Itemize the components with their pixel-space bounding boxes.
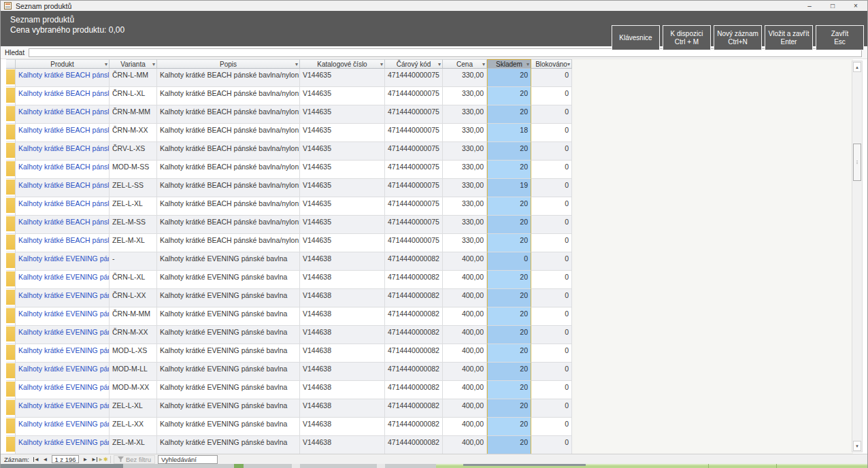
filter-status-button[interactable]: Bez filtru [114,455,155,464]
cell-carovy-kod[interactable]: 4714440000082 [385,326,443,344]
cell-blokovano[interactable]: 0 [531,179,572,197]
cell-katalogove-cislo[interactable]: V144638 [300,252,385,271]
cell-popis[interactable]: Kalhoty krátké EVENING pánské bavlna [157,399,300,418]
record-position-box[interactable]: 1 z 196 [52,455,79,463]
cell-blokovano[interactable]: 0 [531,105,572,124]
row-selector[interactable] [6,418,16,436]
cell-carovy-kod[interactable]: 4714440000075 [385,124,443,142]
cell-cena[interactable]: 330,00 [443,179,487,197]
column-header-carovy-kod[interactable]: Čárový kód▾ [385,59,443,69]
row-selector[interactable] [6,289,16,307]
cell-carovy-kod[interactable]: 4714440000075 [385,234,443,252]
cell-produkt[interactable]: Kalhoty krátké EVENING pánské [16,252,110,271]
cell-cena[interactable]: 330,00 [443,124,487,142]
cell-katalogove-cislo[interactable]: V144638 [300,436,385,454]
cell-varianta[interactable]: ČRN-L-XL [110,87,157,105]
cell-katalogove-cislo[interactable]: V144638 [300,399,385,418]
filter-arrow-icon[interactable]: ▾ [380,61,383,68]
cell-varianta[interactable]: ZEL-M-XL [110,436,157,454]
cell-skladem[interactable]: 20 [487,363,531,381]
cell-varianta[interactable]: MOD-L-XS [110,344,157,363]
cell-skladem[interactable]: 20 [487,197,531,216]
cell-cena[interactable]: 330,00 [443,105,487,124]
close-form-button[interactable]: Zavřít Esc [816,25,864,50]
cell-popis[interactable]: Kalhoty krátké EVENING pánské bavlna [157,289,300,307]
row-selector[interactable] [6,197,16,216]
cell-varianta[interactable]: ČRV-L-XS [110,142,157,161]
row-selector[interactable] [6,344,16,363]
cell-skladem[interactable]: 20 [487,69,531,87]
cell-carovy-kod[interactable]: 4714440000075 [385,197,443,216]
cell-skladem[interactable]: 20 [487,161,531,179]
cell-katalogove-cislo[interactable]: V144635 [300,161,385,179]
cell-skladem[interactable]: 20 [487,87,531,105]
cell-carovy-kod[interactable]: 4714440000075 [385,216,443,234]
cell-katalogove-cislo[interactable]: V144635 [300,87,385,105]
column-header-cena[interactable]: Cena▾ [443,59,487,69]
cell-popis[interactable]: Kalhoty krátké BEACH pánské bavlna/nylon [157,87,300,105]
cell-katalogove-cislo[interactable]: V144635 [300,105,385,124]
cell-produkt[interactable]: Kalhoty krátké EVENING pánské [16,271,110,289]
cell-varianta[interactable]: ČRN-M-MM [110,307,157,326]
previous-record-button[interactable]: ◄ [41,455,50,464]
cell-blokovano[interactable]: 0 [531,418,572,436]
cell-popis[interactable]: Kalhoty krátké BEACH pánské bavlna/nylon [157,142,300,161]
cell-blokovano[interactable]: 0 [531,399,572,418]
cell-blokovano[interactable]: 0 [531,87,572,105]
cell-popis[interactable]: Kalhoty krátké EVENING pánské bavlna [157,271,300,289]
cell-varianta[interactable]: ZEL-L-XX [110,418,157,436]
row-selector[interactable] [6,216,16,234]
cell-cena[interactable]: 400,00 [443,252,487,271]
cell-katalogove-cislo[interactable]: V144638 [300,271,385,289]
row-selector[interactable] [6,326,16,344]
cell-blokovano[interactable]: 0 [531,234,572,252]
cell-varianta[interactable]: - [110,252,157,271]
column-header-produkt[interactable]: Produkt▾ [16,59,110,69]
cell-carovy-kod[interactable]: 4714440000075 [385,105,443,124]
cell-blokovano[interactable]: 0 [531,436,572,454]
cell-skladem[interactable]: 0 [487,252,531,271]
filter-arrow-icon[interactable]: ▾ [527,61,529,68]
cell-cena[interactable]: 330,00 [443,234,487,252]
cell-popis[interactable]: Kalhoty krátké BEACH pánské bavlna/nylon [157,216,300,234]
scrollbar-thumb[interactable] [853,144,861,181]
cell-popis[interactable]: Kalhoty krátké EVENING pánské bavlna [157,436,300,454]
cell-carovy-kod[interactable]: 4714440000082 [385,381,443,399]
cell-carovy-kod[interactable]: 4714440000082 [385,436,443,454]
cell-cena[interactable]: 400,00 [443,399,487,418]
cell-skladem[interactable]: 18 [487,124,531,142]
cell-katalogove-cislo[interactable]: V144638 [300,344,385,363]
cell-blokovano[interactable]: 0 [531,363,572,381]
last-record-button[interactable]: ► [90,455,99,464]
cell-katalogove-cislo[interactable]: V144638 [300,418,385,436]
cell-carovy-kod[interactable]: 4714440000082 [385,289,443,307]
filter-arrow-icon[interactable]: ▾ [482,61,485,68]
cell-carovy-kod[interactable]: 4714440000082 [385,344,443,363]
row-selector[interactable] [6,381,16,399]
cell-varianta[interactable]: MOD-M-LL [110,363,157,381]
cell-blokovano[interactable]: 0 [531,271,572,289]
scroll-up-icon[interactable]: ▲ [853,62,861,72]
cell-produkt[interactable]: Kalhoty krátké BEACH pánské [16,105,110,124]
cell-blokovano[interactable]: 0 [531,344,572,363]
cell-blokovano[interactable]: 0 [531,381,572,399]
cell-katalogove-cislo[interactable]: V144638 [300,289,385,307]
row-selector[interactable] [6,142,16,161]
cell-katalogove-cislo[interactable]: V144635 [300,197,385,216]
cell-blokovano[interactable]: 0 [531,252,572,271]
cell-popis[interactable]: Kalhoty krátké EVENING pánské bavlna [157,363,300,381]
cell-popis[interactable]: Kalhoty krátké EVENING pánské bavlna [157,252,300,271]
cell-produkt[interactable]: Kalhoty krátké BEACH pánské [16,124,110,142]
cell-katalogove-cislo[interactable]: V144635 [300,179,385,197]
cell-produkt[interactable]: Kalhoty krátké BEACH pánské [16,87,110,105]
row-selector[interactable] [6,105,16,124]
insert-and-close-button[interactable]: Vložit a zavřít Enter [765,25,813,50]
cell-produkt[interactable]: Kalhoty krátké EVENING pánské [16,418,110,436]
cell-produkt[interactable]: Kalhoty krátké BEACH pánské [16,179,110,197]
cell-carovy-kod[interactable]: 4714440000082 [385,252,443,271]
cell-blokovano[interactable]: 0 [531,161,572,179]
row-selector[interactable] [6,179,16,197]
first-record-button[interactable]: ◄ [32,455,41,464]
cell-produkt[interactable]: Kalhoty krátké EVENING pánské [16,289,110,307]
cell-cena[interactable]: 400,00 [443,307,487,326]
